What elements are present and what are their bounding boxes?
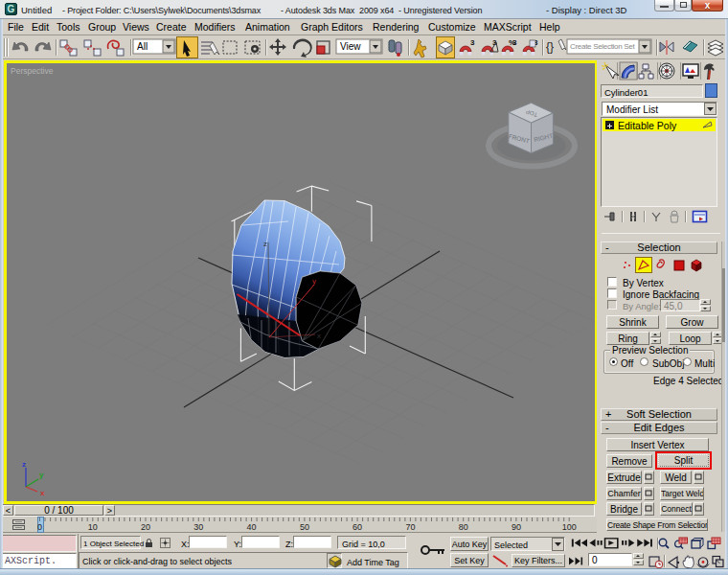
svg-text:Create Selection Set: Create Selection Set [570, 42, 635, 51]
svg-text:70: 70 [405, 522, 415, 532]
svg-text:100: 100 [562, 522, 577, 532]
svg-text:0: 0 [37, 522, 42, 532]
svg-text:y: y [312, 277, 316, 286]
svg-text:60: 60 [353, 522, 362, 532]
svg-text:z: z [22, 460, 26, 469]
svg-text:y: y [39, 471, 44, 479]
svg-text:All: All [137, 41, 148, 52]
svg-text:3: 3 [470, 38, 475, 47]
svg-text:30: 30 [193, 522, 203, 532]
svg-text:40: 40 [247, 522, 257, 532]
svg-text:x: x [40, 489, 45, 497]
svg-text:z: z [263, 240, 267, 248]
svg-text:20: 20 [141, 522, 150, 532]
svg-text:x: x [317, 332, 321, 340]
svg-text:10: 10 [88, 522, 98, 532]
svg-text:View: View [340, 41, 361, 52]
svg-text:80: 80 [459, 522, 468, 532]
svg-text:90: 90 [512, 522, 521, 532]
svg-text:{}: {} [546, 40, 554, 54]
svg-text:50: 50 [300, 522, 309, 532]
svg-text:%: % [509, 38, 515, 47]
